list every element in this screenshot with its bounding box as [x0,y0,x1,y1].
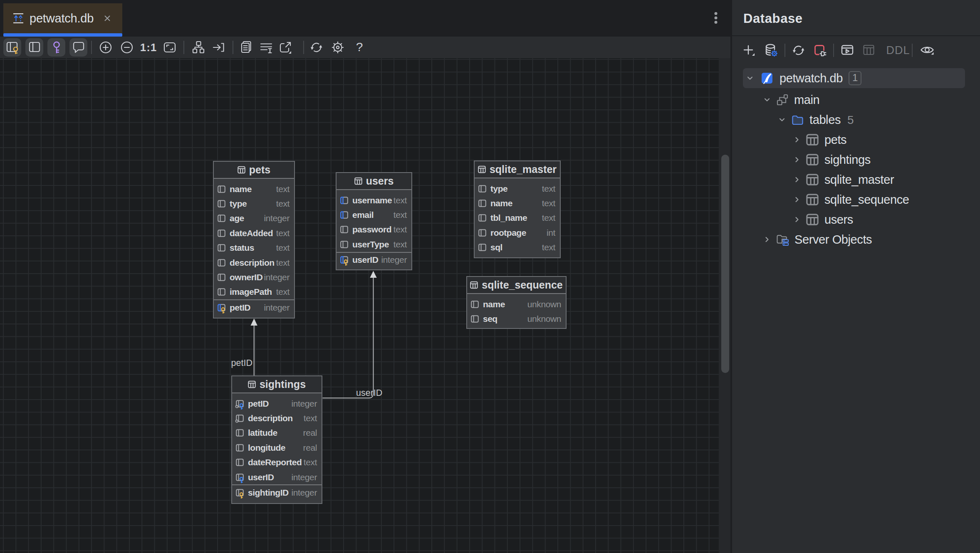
svg-text:?: ? [356,40,363,54]
svg-text:userID: userID [356,388,382,398]
svg-text:petID: petID [231,358,252,368]
